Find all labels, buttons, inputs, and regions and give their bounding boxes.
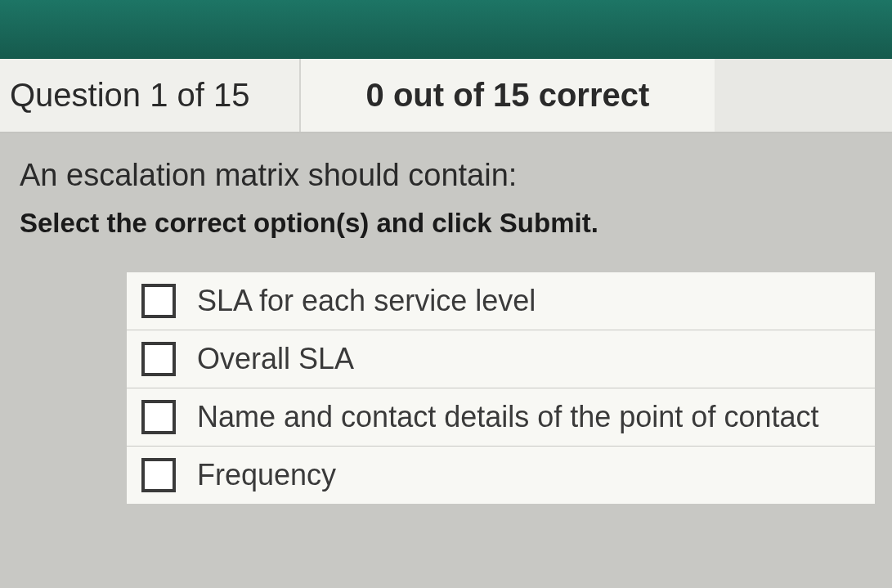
app-header-bar <box>0 0 892 59</box>
option-label: Frequency <box>197 458 336 492</box>
question-progress: Question 1 of 15 <box>0 59 301 132</box>
question-area: An escalation matrix should contain: Sel… <box>0 133 892 521</box>
option-label: Name and contact details of the point of… <box>197 400 818 434</box>
question-prompt: An escalation matrix should contain: <box>20 158 876 193</box>
option-label: SLA for each service level <box>197 284 536 318</box>
checkbox-icon[interactable] <box>141 400 176 434</box>
option-row[interactable]: SLA for each service level <box>126 272 876 330</box>
option-row[interactable]: Name and contact details of the point of… <box>126 388 876 446</box>
question-instruction: Select the correct option(s) and click S… <box>20 208 876 239</box>
quiz-status-row: Question 1 of 15 0 out of 15 correct <box>0 59 892 133</box>
score-status: 0 out of 15 correct <box>301 59 715 132</box>
checkbox-icon[interactable] <box>141 284 176 318</box>
option-row[interactable]: Overall SLA <box>126 330 876 388</box>
option-label: Overall SLA <box>197 342 354 376</box>
checkbox-icon[interactable] <box>141 342 176 376</box>
options-list: SLA for each service level Overall SLA N… <box>126 272 876 505</box>
checkbox-icon[interactable] <box>141 458 176 492</box>
option-row[interactable]: Frequency <box>126 446 876 505</box>
